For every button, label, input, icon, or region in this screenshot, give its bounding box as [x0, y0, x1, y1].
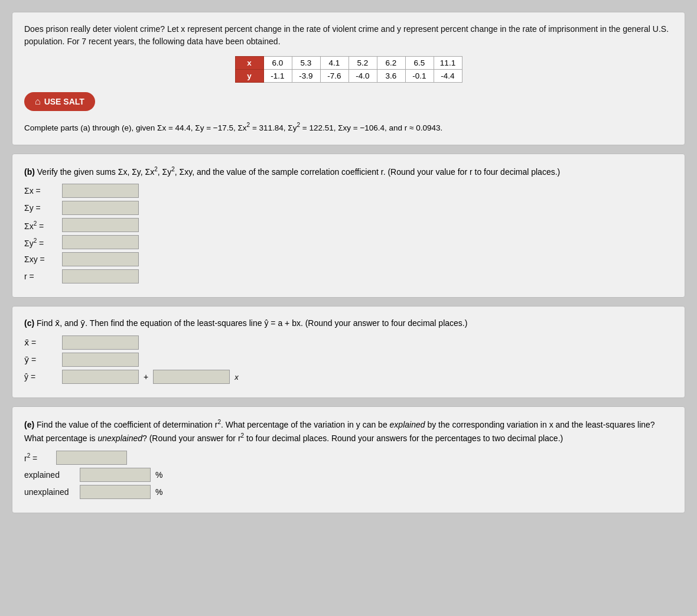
sigma-x-input[interactable] [62, 184, 139, 198]
sigma-y-label: Σy = [24, 203, 60, 213]
x-variable-label: x [234, 373, 239, 382]
r2-label: r2 = [24, 452, 54, 463]
sigma-x2-row: Σx2 = [24, 218, 673, 232]
sigma-xy-input[interactable] [62, 252, 139, 266]
y-val-6: -0.1 [405, 70, 434, 83]
row-label-y: y [235, 70, 263, 83]
sigma-y2-input[interactable] [62, 235, 139, 249]
r2-row: r2 = [24, 451, 673, 465]
r-input[interactable] [62, 269, 139, 283]
sigma-y-row: Σy = [24, 201, 673, 215]
x-val-2: 5.3 [292, 57, 320, 70]
sigma-y2-row: Σy2 = [24, 235, 673, 249]
x-val-6: 6.5 [405, 57, 434, 70]
card-part-c: (c) Find x̄, and ȳ. Then find the equat… [12, 306, 685, 398]
card-problem: Does prison really deter violent crime? … [12, 12, 685, 145]
ybar-label: ȳ = [24, 355, 60, 364]
use-salt-button[interactable]: ⌂ USE SALT [24, 92, 95, 111]
r-row: r = [24, 269, 673, 283]
yhat-a-input[interactable] [62, 370, 139, 384]
x-val-1: 6.0 [263, 57, 292, 70]
sigma-y-input[interactable] [62, 201, 139, 215]
given-line: Complete parts (a) through (e), given Σx… [24, 120, 673, 134]
r2-input[interactable] [56, 451, 127, 465]
sigma-x-row: Σx = [24, 184, 673, 198]
sigma-x2-label: Σx2 = [24, 220, 60, 231]
card-part-e: (e) Find the value of the coefficient of… [12, 406, 685, 513]
xbar-row: x̄ = [24, 335, 673, 350]
xbar-label: x̄ = [24, 338, 60, 347]
yhat-label: ŷ = [24, 372, 60, 382]
x-val-3: 4.1 [320, 57, 348, 70]
y-val-1: -1.1 [263, 70, 292, 83]
explained-percent: % [155, 470, 162, 480]
unexplained-percent: % [155, 487, 162, 497]
row-label-x: x [235, 57, 263, 70]
ybar-row: ȳ = [24, 353, 673, 367]
unexplained-input[interactable] [80, 485, 151, 499]
sigma-x2-input[interactable] [62, 218, 139, 232]
unexplained-label: unexplained [24, 487, 77, 497]
sigma-xy-label: Σxy = [24, 255, 60, 264]
plus-sign: + [144, 372, 148, 382]
data-table: x 6.0 5.3 4.1 5.2 6.2 6.5 11.1 y -1.1 -3… [235, 56, 463, 83]
sigma-y2-label: Σy2 = [24, 237, 60, 248]
sigma-x-label: Σx = [24, 186, 60, 195]
r-label: r = [24, 272, 60, 281]
y-val-7: -4.4 [434, 70, 462, 83]
unexplained-row: unexplained % [24, 485, 673, 499]
explained-row: explained % [24, 468, 673, 482]
explained-input[interactable] [80, 468, 151, 482]
part-c-title: (c) Find x̄, and ȳ. Then find the equat… [24, 317, 673, 330]
y-val-5: 3.6 [377, 70, 405, 83]
y-val-2: -3.9 [292, 70, 320, 83]
xbar-input[interactable] [62, 335, 139, 350]
x-val-7: 11.1 [434, 57, 462, 70]
ybar-input[interactable] [62, 353, 139, 367]
sigma-xy-row: Σxy = [24, 252, 673, 266]
y-val-4: -4.0 [348, 70, 377, 83]
card-part-b: (b) Verify the given sums Σx, Σy, Σx2, Σ… [12, 154, 685, 298]
salt-icon: ⌂ [35, 96, 41, 107]
x-val-4: 5.2 [348, 57, 377, 70]
problem-text: Does prison really deter violent crime? … [24, 23, 673, 48]
x-val-5: 6.2 [377, 57, 405, 70]
yhat-b-input[interactable] [153, 370, 230, 384]
explained-label: explained [24, 470, 77, 480]
yhat-row: ŷ = + x [24, 370, 673, 384]
y-val-3: -7.6 [320, 70, 348, 83]
part-b-title: (b) Verify the given sums Σx, Σy, Σx2, Σ… [24, 165, 673, 178]
part-e-title: (e) Find the value of the coefficient of… [24, 418, 673, 444]
